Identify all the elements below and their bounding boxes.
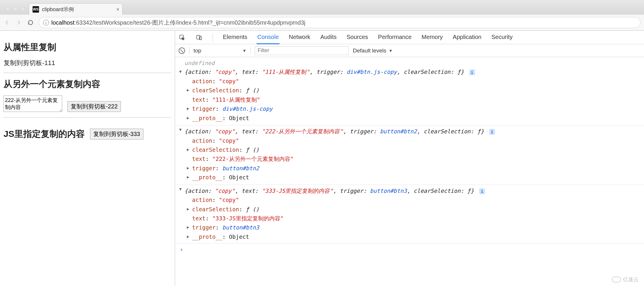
info-badge-icon[interactable]: i: [489, 129, 495, 135]
tab-security[interactable]: Security: [491, 31, 513, 44]
copy-button-333[interactable]: 复制到剪切板-333: [90, 129, 143, 139]
expand-icon[interactable]: [187, 115, 189, 121]
devtools-tabs: Elements Console Network Audits Sources …: [175, 31, 644, 44]
tab-sources[interactable]: Sources: [346, 31, 369, 44]
tab-network[interactable]: Network: [288, 31, 311, 44]
console-object-summary[interactable]: {action: "copy", text: "222-从另外一个元素复制内容"…: [175, 125, 644, 136]
console-prop[interactable]: clearSelection: ƒ (): [175, 145, 644, 154]
console-prop: action: "copy": [175, 136, 644, 145]
expand-icon[interactable]: [179, 127, 182, 133]
expand-icon[interactable]: [179, 186, 182, 193]
chevron-down-icon: ▼: [242, 48, 246, 53]
browser-tab[interactable]: WS clipboard示例 ×: [29, 3, 123, 15]
tab-elements[interactable]: Elements: [222, 31, 248, 44]
cloud-icon: [612, 277, 621, 282]
expand-icon[interactable]: [187, 147, 189, 153]
levels-label: Default levels: [353, 47, 386, 54]
expand-icon[interactable]: [187, 174, 189, 181]
tab-memory[interactable]: Memory: [421, 31, 443, 44]
back-button[interactable]: [4, 19, 11, 26]
console-prop[interactable]: __proto__: Object: [175, 114, 644, 123]
inspect-icon[interactable]: [178, 34, 186, 41]
browser-chrome: WS clipboard示例 × i localhost:63342/testW…: [0, 0, 644, 31]
reload-button[interactable]: [27, 19, 34, 26]
console-prop: text: "222-从另外一个元素复制内容": [175, 154, 644, 164]
info-badge-icon[interactable]: i: [479, 188, 485, 194]
console-prop: action: "copy": [175, 195, 644, 205]
tab-console[interactable]: Console: [257, 31, 279, 44]
close-tab-icon[interactable]: ×: [116, 6, 119, 12]
tab-application[interactable]: Application: [452, 31, 482, 44]
section1-title: 从属性里复制: [4, 41, 171, 53]
window-min-icon[interactable]: [13, 6, 18, 11]
url-text: localhost:63342/testWorkspace/test26-图片上…: [51, 19, 305, 27]
console-prompt[interactable]: ›: [175, 243, 644, 256]
tab-bar: WS clipboard示例 ×: [0, 0, 644, 15]
window-max-icon[interactable]: [21, 6, 25, 11]
devtools-panel: Elements Console Network Audits Sources …: [175, 31, 644, 286]
address-bar[interactable]: i localhost:63342/testWorkspace/test26-图…: [39, 17, 640, 28]
expand-icon[interactable]: [187, 234, 189, 240]
execution-context-select[interactable]: top ▼: [194, 47, 251, 54]
section2-title: 从另外一个元素复制内容: [4, 78, 171, 90]
section3-title: JS里指定复制的内容: [4, 128, 85, 140]
watermark: 亿速云: [612, 276, 639, 283]
expand-icon[interactable]: [187, 165, 189, 171]
divider: [4, 73, 171, 73]
console-prop: text: "111-从属性复制": [175, 95, 644, 104]
copy-text-111[interactable]: 复制到剪切板-111: [4, 59, 171, 67]
context-label: top: [194, 47, 201, 54]
chevron-down-icon: ▼: [389, 48, 393, 53]
console-prop[interactable]: __proto__: Object: [175, 232, 644, 241]
main-split: 从属性里复制 复制到剪切板-111 从另外一个元素复制内容 复制到剪切板-222…: [0, 31, 644, 286]
console-prop[interactable]: trigger: button#btn3: [175, 223, 644, 232]
info-badge-icon[interactable]: i: [469, 69, 475, 75]
clear-console-icon[interactable]: [179, 47, 185, 54]
device-toggle-icon[interactable]: [195, 34, 203, 41]
expand-icon[interactable]: [187, 206, 189, 212]
divider: [4, 117, 171, 118]
window-close-icon[interactable]: [5, 6, 10, 11]
console-prop: action: "copy": [175, 77, 644, 86]
console-toolbar: top ▼ Default levels ▼: [175, 44, 644, 57]
console-object-summary[interactable]: {action: "copy", text: "333-JS里指定复制的内容",…: [175, 185, 644, 195]
expand-icon[interactable]: [187, 105, 189, 112]
console-object-summary[interactable]: {action: "copy", text: "111-从属性复制", trig…: [175, 67, 644, 76]
console-output[interactable]: undefined {action: "copy", text: "111-从属…: [175, 57, 644, 286]
expand-icon[interactable]: [187, 87, 189, 93]
source-textarea[interactable]: [4, 96, 62, 112]
page-content: 从属性里复制 复制到剪切板-111 从另外一个元素复制内容 复制到剪切板-222…: [0, 31, 175, 286]
console-prop[interactable]: clearSelection: ƒ (): [175, 86, 644, 95]
console-prop[interactable]: clearSelection: ƒ (): [175, 205, 644, 214]
expand-icon[interactable]: [187, 224, 189, 231]
console-prop[interactable]: trigger: div#btn.js-copy: [175, 104, 644, 113]
log-levels-select[interactable]: Default levels ▼: [353, 47, 393, 54]
copy-button-222[interactable]: 复制到剪切板-222: [67, 101, 121, 112]
tab-audits[interactable]: Audits: [320, 31, 337, 44]
expand-icon[interactable]: [179, 69, 182, 75]
console-line-undefined: undefined: [175, 59, 644, 67]
address-bar-row: i localhost:63342/testWorkspace/test26-图…: [0, 15, 644, 30]
forward-button[interactable]: [15, 19, 22, 26]
watermark-text: 亿速云: [623, 276, 639, 283]
console-filter-input[interactable]: [255, 46, 349, 55]
console-prop: text: "333-JS里指定复制的内容": [175, 214, 644, 223]
tab-performance[interactable]: Performance: [377, 31, 412, 44]
favicon-icon: WS: [33, 6, 39, 13]
tab-title: clipboard示例: [42, 6, 74, 13]
window-controls: [4, 6, 29, 15]
console-prop[interactable]: __proto__: Object: [175, 173, 644, 182]
console-prop[interactable]: trigger: button#btn2: [175, 164, 644, 173]
site-info-icon[interactable]: i: [43, 20, 49, 25]
